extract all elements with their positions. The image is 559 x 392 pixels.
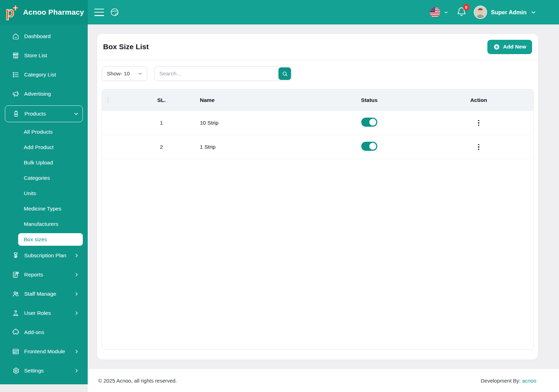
- us-flag-icon: [430, 7, 440, 17]
- sidebar-subitem-add-product[interactable]: Add Product: [0, 140, 88, 155]
- sidebar-subitem-bulk-upload[interactable]: Bulk Upload: [0, 155, 88, 170]
- select-all-checkbox[interactable]: [108, 97, 108, 103]
- sidebar-item-label: Store List: [24, 52, 79, 59]
- search-button[interactable]: [278, 67, 291, 80]
- sidebar-subitem-label: Units: [24, 190, 36, 197]
- staff-icon: [12, 290, 20, 298]
- language-switcher[interactable]: [430, 7, 449, 17]
- footer: © 2025 Acnoo, all rights reserved. Devel…: [88, 369, 559, 392]
- row-actions-kebab-icon[interactable]: [474, 142, 483, 152]
- search-input[interactable]: [154, 66, 292, 81]
- sidebar-item-label: Staff Manage: [24, 291, 74, 297]
- sidebar-subitem-categories[interactable]: Categories: [0, 170, 88, 186]
- sidebar-item-settings[interactable]: Settings: [5, 363, 83, 378]
- sidebar-item-label: Frontend Module: [24, 348, 74, 355]
- chevron-right-icon: [74, 349, 79, 354]
- search-icon: [282, 71, 288, 77]
- brand-logo-icon: p +: [5, 4, 20, 20]
- notifications-button[interactable]: 0: [457, 7, 466, 18]
- browser-icon: [12, 348, 20, 355]
- sidebar-subitem-label: Medicine Types: [24, 206, 61, 212]
- sidebar-subitem-box-sizes[interactable]: Box sizes: [18, 233, 83, 246]
- sidebar-item-store-list[interactable]: Store List: [5, 48, 83, 63]
- topbar-right-cluster: 0 Super Admin: [430, 6, 536, 19]
- user-menu[interactable]: Super Admin: [474, 6, 536, 19]
- puzzle-icon: [12, 328, 20, 336]
- sidebar-item-advertising[interactable]: Advertising: [5, 86, 83, 102]
- sidebar-item-subscription-plan[interactable]: Subscription Plan: [5, 248, 83, 263]
- cell-name: 1 Strip: [200, 144, 315, 150]
- topbar: 0 Super Admin: [88, 0, 559, 24]
- avatar: [474, 6, 487, 19]
- sidebar-item-category-list[interactable]: Category List: [5, 67, 83, 82]
- card-header: Box Size List Add New: [97, 34, 538, 60]
- sidebar-item-label: Category List: [24, 72, 79, 78]
- add-new-button[interactable]: Add New: [487, 40, 532, 54]
- sidebar-subitem-label: Manufacturers: [24, 221, 58, 227]
- copyright-text: © 2025 Acnoo, all rights reserved.: [98, 378, 177, 384]
- sidebar-subitem-medicine-types[interactable]: Medicine Types: [0, 201, 88, 216]
- status-toggle[interactable]: [361, 118, 377, 127]
- development-by: Development By: acnoo: [481, 378, 536, 384]
- sidebar-submenu: All ProductsAdd ProductBulk UploadCatego…: [0, 124, 88, 246]
- app-root: p + Acnoo Pharmacy DashboardStore ListCa…: [0, 0, 559, 392]
- sidebar-item-products[interactable]: Products: [5, 105, 83, 122]
- sidebar-item-dashboard[interactable]: Dashboard: [5, 29, 83, 44]
- chevron-down-icon: [137, 71, 143, 76]
- sidebar-item-user-roles[interactable]: User Roles: [5, 305, 83, 321]
- sidebar-subitem-label: Bulk Upload: [24, 160, 53, 166]
- table-row: 21 Strip: [102, 135, 533, 159]
- hamburger-menu-icon[interactable]: [94, 9, 104, 16]
- notification-count-badge: 0: [463, 4, 470, 10]
- sidebar-item-label: Advertising: [24, 91, 79, 97]
- megaphone-icon: [12, 90, 20, 98]
- row-actions-kebab-icon[interactable]: [474, 118, 483, 128]
- sidebar-subitem-units[interactable]: Units: [0, 186, 88, 201]
- sidebar-item-staff-manage[interactable]: Staff Manage: [5, 286, 83, 302]
- globe-icon[interactable]: [110, 8, 119, 17]
- add-new-label: Add New: [503, 44, 526, 50]
- brand-name: Acnoo Pharmacy: [23, 8, 84, 16]
- sidebar-item-reports[interactable]: Reports: [5, 267, 83, 282]
- gear-icon: [12, 367, 20, 375]
- show-entries-select[interactable]: Show- 10: [102, 66, 147, 81]
- sidebar-subitem-label: Box sizes: [24, 236, 47, 243]
- search-box: [154, 66, 292, 81]
- sidebar-subitem-label: Add Product: [24, 144, 53, 150]
- sidebar-item-frontend-module[interactable]: Frontend Module: [5, 344, 83, 359]
- box-size-list-card: Box Size List Add New Show- 10: [97, 34, 538, 360]
- sidebar-item-label: Add-ons: [24, 329, 79, 335]
- page-title: Box Size List: [103, 43, 149, 51]
- sidebar-subitem-label: All Products: [24, 129, 53, 135]
- status-toggle[interactable]: [361, 142, 377, 151]
- chevron-right-icon: [74, 310, 79, 316]
- acnoo-link[interactable]: acnoo: [522, 378, 536, 384]
- column-header-status: Status: [361, 97, 377, 103]
- sidebar-subitem-all-products[interactable]: All Products: [0, 124, 88, 140]
- chevron-down-icon: [443, 10, 449, 15]
- development-by-label: Development By:: [481, 378, 522, 384]
- user-roles-icon: [12, 309, 20, 317]
- cell-name: 10 Strip: [200, 120, 315, 126]
- table-row: 110 Strip: [102, 111, 533, 135]
- column-header-sl: SL.: [157, 97, 166, 103]
- box-size-table: SL. Name Status Action 110 Strip21 Strip: [102, 89, 534, 350]
- store-icon: [12, 52, 20, 59]
- show-entries-value: Show- 10: [107, 71, 130, 77]
- home-icon: [12, 32, 20, 40]
- sidebar-item-add-ons[interactable]: Add-ons: [5, 325, 83, 340]
- category-list-icon: [12, 71, 20, 79]
- sidebar-item-label: Subscription Plan: [24, 252, 74, 259]
- sidebar-nav: DashboardStore ListCategory ListAdvertis…: [0, 24, 88, 384]
- chevron-right-icon: [74, 253, 79, 258]
- table-body: 110 Strip21 Strip: [102, 111, 533, 159]
- sidebar-item-label: User Roles: [24, 310, 74, 316]
- chevron-right-icon: [74, 368, 79, 373]
- award-icon: [12, 252, 20, 259]
- medicine-bottle-icon: [12, 110, 20, 118]
- brand-logo[interactable]: p + Acnoo Pharmacy: [0, 0, 88, 24]
- sidebar-item-label: Products: [24, 111, 73, 117]
- sidebar-subitem-manufacturers[interactable]: Manufacturers: [0, 216, 88, 232]
- column-header-name: Name: [200, 97, 315, 103]
- cell-sl: 2: [160, 144, 163, 150]
